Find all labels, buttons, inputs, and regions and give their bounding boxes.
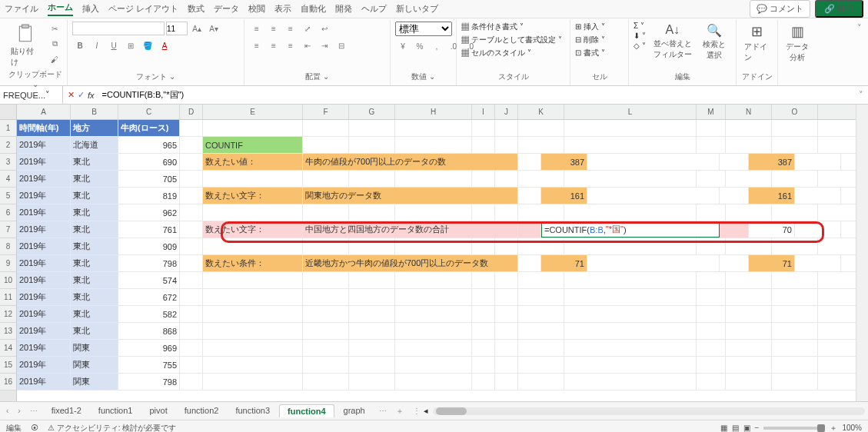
cell[interactable] <box>495 306 518 322</box>
cell[interactable] <box>349 357 395 373</box>
col-header[interactable]: J <box>495 105 518 119</box>
wrap-text-icon[interactable]: ↩ <box>317 22 332 35</box>
cell[interactable]: 関東 <box>71 340 118 356</box>
editing-cell[interactable]: =COUNTIF(B:B,"*国") <box>541 221 720 238</box>
row-header[interactable]: 7 <box>0 221 16 238</box>
cell[interactable] <box>772 120 818 136</box>
row-header[interactable]: 9 <box>0 255 16 272</box>
cell[interactable] <box>203 306 303 322</box>
formula-expand-icon[interactable]: ˅ <box>854 90 868 100</box>
cell[interactable] <box>518 188 541 204</box>
cell[interactable] <box>349 340 395 356</box>
row-header[interactable]: 8 <box>0 238 16 255</box>
row-header[interactable]: 1 <box>0 120 16 137</box>
cell[interactable]: 近畿地方かつ牛肉の値段が700円以上のデータ数 <box>303 255 518 271</box>
cell[interactable] <box>726 137 772 153</box>
accessibility-status[interactable]: ⚠ アクセシビリティ: 検討が必要です <box>48 423 176 433</box>
menu-new-tab[interactable]: 新しいタブ <box>396 3 438 15</box>
cell[interactable] <box>564 204 697 221</box>
cell[interactable] <box>349 171 395 187</box>
cell[interactable]: 中国地方と四国地方のデータ数の合計 <box>303 221 518 238</box>
cell[interactable] <box>303 272 349 288</box>
cut-icon[interactable]: ✂ <box>47 22 62 35</box>
cell[interactable] <box>180 272 203 288</box>
comma-icon[interactable]: , <box>429 39 444 53</box>
cell[interactable]: 582 <box>118 306 180 322</box>
cell[interactable]: 161 <box>749 188 795 204</box>
cell[interactable]: 2019年 <box>17 289 71 305</box>
cell[interactable] <box>349 374 395 390</box>
cell[interactable]: 東北 <box>71 306 118 322</box>
cell[interactable]: 牛肉(ロース) <box>118 120 180 136</box>
cell[interactable] <box>697 272 726 288</box>
cell[interactable]: 798 <box>118 255 180 271</box>
cell[interactable]: 387 <box>541 154 587 170</box>
cell[interactable] <box>726 120 772 136</box>
cell[interactable] <box>495 289 518 305</box>
cell[interactable] <box>349 120 395 136</box>
cell[interactable] <box>203 357 303 373</box>
cell[interactable] <box>564 120 697 136</box>
cell[interactable] <box>203 120 303 136</box>
cell[interactable] <box>395 204 472 221</box>
col-header[interactable]: K <box>518 105 564 119</box>
cell[interactable]: 2019年 <box>17 238 71 254</box>
number-format-select[interactable]: 標準 <box>395 22 452 36</box>
cell[interactable] <box>495 171 518 187</box>
cell[interactable] <box>203 171 303 187</box>
cell[interactable] <box>518 255 541 271</box>
menu-data[interactable]: データ <box>214 3 239 15</box>
cell[interactable] <box>518 323 564 339</box>
sheet-nav-more-icon[interactable]: ⋯ <box>27 407 41 415</box>
cell[interactable] <box>180 306 203 322</box>
cell[interactable] <box>303 120 349 136</box>
cell[interactable] <box>726 289 772 305</box>
row-header[interactable]: 5 <box>0 188 16 204</box>
col-header[interactable]: F <box>303 105 349 119</box>
cell[interactable] <box>180 171 203 187</box>
row-header[interactable]: 14 <box>0 340 16 357</box>
cell[interactable] <box>495 340 518 356</box>
align-middle-icon[interactable]: ≡ <box>266 22 281 35</box>
cell[interactable] <box>772 238 818 254</box>
row-header[interactable]: 12 <box>0 306 16 323</box>
cell[interactable] <box>349 306 395 322</box>
cell[interactable] <box>795 221 841 238</box>
menu-file[interactable]: ファイル <box>5 3 38 15</box>
cell[interactable]: 東北 <box>71 272 118 288</box>
cell[interactable] <box>495 137 518 153</box>
cell[interactable] <box>180 374 203 390</box>
share-button[interactable]: 🔗 共有 <box>815 0 863 18</box>
cell[interactable] <box>518 154 541 170</box>
row-header[interactable]: 4 <box>0 171 16 188</box>
cell[interactable]: 965 <box>118 137 180 153</box>
fill-color-button[interactable]: 🪣 <box>140 38 155 52</box>
cell[interactable] <box>495 374 518 390</box>
cell[interactable] <box>697 340 726 356</box>
cell[interactable] <box>720 221 749 238</box>
fill-icon[interactable]: ⬇ ˅ <box>634 32 646 40</box>
cell[interactable] <box>772 137 818 153</box>
sort-filter-button[interactable]: A↓並べ替えと フィルター <box>650 22 695 61</box>
row-header[interactable]: 10 <box>0 272 16 289</box>
menu-formulas[interactable]: 数式 <box>188 3 205 15</box>
delete-cells-button[interactable]: ⊟ 削除 ˅ <box>575 35 605 45</box>
cell[interactable]: 東北 <box>71 323 118 339</box>
cell[interactable]: 798 <box>118 374 180 390</box>
cell[interactable] <box>564 238 697 254</box>
ribbon-collapse-icon[interactable]: ˅ <box>854 20 865 85</box>
cell[interactable] <box>495 238 518 254</box>
cell[interactable] <box>395 357 472 373</box>
fx-icon[interactable]: fx <box>88 91 95 100</box>
cell[interactable] <box>720 154 749 170</box>
col-header[interactable]: E <box>203 105 303 119</box>
macro-record-icon[interactable]: ⦿ <box>31 424 38 432</box>
cell[interactable]: 2019年 <box>17 357 71 373</box>
cell[interactable]: 東北 <box>71 289 118 305</box>
formula-enter-icon[interactable]: ✓ <box>78 90 85 100</box>
cell[interactable] <box>395 120 472 136</box>
cell[interactable] <box>395 340 472 356</box>
cell[interactable] <box>697 323 726 339</box>
cell[interactable] <box>495 120 518 136</box>
decrease-font-icon[interactable]: A▾ <box>206 22 221 35</box>
